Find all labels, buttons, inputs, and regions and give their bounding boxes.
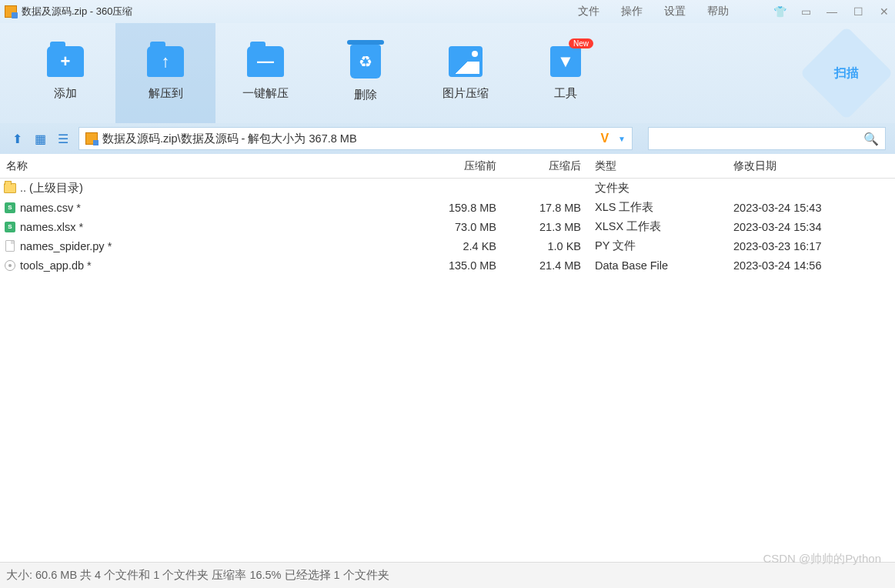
image-icon (449, 46, 483, 77)
path-text: 数据及源码.zip\数据及源码 - 解包大小为 367.8 MB (102, 132, 596, 146)
file-type-icon (3, 240, 17, 252)
window-controls: 👕 ▭ — ☐ ✕ (773, 5, 890, 18)
cell-name: names.csv * (20, 202, 416, 214)
file-type-icon (3, 182, 17, 195)
shirt-icon[interactable]: 👕 (773, 5, 786, 18)
file-type-icon: S (3, 202, 17, 214)
cell-before: 135.0 MB (416, 259, 504, 272)
file-row[interactable]: Snames.csv *159.8 MB17.8 MBXLS 工作表2023-0… (0, 198, 895, 217)
file-type-icon (3, 259, 17, 272)
col-after[interactable]: 压缩后 (504, 159, 589, 173)
cell-before: 2.4 KB (416, 240, 504, 252)
extract-icon: ↑ (147, 46, 184, 77)
close-button[interactable]: ✕ (878, 5, 890, 18)
col-name[interactable]: 名称 (0, 159, 416, 173)
maximize-button[interactable]: ☐ (852, 5, 864, 18)
col-date[interactable]: 修改日期 (727, 159, 895, 173)
col-before[interactable]: 压缩前 (416, 159, 504, 173)
tool-icon: ▼ (550, 46, 581, 77)
menu-file[interactable]: 文件 (578, 5, 599, 18)
search-input[interactable] (655, 132, 863, 145)
dropdown-icon[interactable]: ▼ (618, 135, 626, 143)
cell-name: names_spider.py * (20, 240, 416, 252)
pathbar: ⬆ ▦ ☰ 数据及源码.zip\数据及源码 - 解包大小为 367.8 MB V… (0, 123, 895, 154)
menu-help[interactable]: 帮助 (707, 5, 729, 18)
cell-name: tools_app.db * (20, 259, 416, 272)
cell-type: PY 文件 (589, 239, 727, 253)
menu-operation[interactable]: 操作 (621, 5, 643, 18)
file-row[interactable]: .. (上级目录)文件夹 (0, 179, 895, 198)
cell-before: 159.8 MB (416, 202, 504, 214)
view-list-icon[interactable]: ☰ (55, 131, 71, 146)
feedback-icon[interactable]: ▭ (800, 5, 812, 18)
app-icon (5, 5, 17, 18)
cell-type: XLSX 工作表 (589, 219, 727, 234)
titlebar: 数据及源码.zip - 360压缩 文件 操作 设置 帮助 👕 ▭ — ☐ ✕ (0, 0, 895, 23)
col-type[interactable]: 类型 (589, 159, 727, 173)
cell-name: names.xlsx * (20, 221, 416, 233)
cell-type: XLS 工作表 (589, 200, 727, 215)
statusbar: 大小: 60.6 MB 共 4 个文件和 1 个文件夹 压缩率 16.5% 已经… (0, 562, 895, 588)
up-button[interactable]: ⬆ (9, 131, 25, 146)
one-click-extract-button[interactable]: — 一键解压 (215, 23, 316, 123)
extract-to-button[interactable]: ↑ 解压到 (115, 23, 215, 123)
cell-after: 1.0 KB (504, 240, 589, 252)
add-button[interactable]: + 添加 (15, 23, 115, 123)
cell-after: 17.8 MB (504, 202, 589, 214)
v-badge-icon: V (600, 132, 609, 145)
image-compress-button[interactable]: 图片压缩 (416, 23, 516, 123)
delete-button[interactable]: ♻ 删除 (316, 23, 416, 123)
cell-date: 2023-03-23 16:17 (727, 240, 895, 252)
cell-type: 文件夹 (589, 181, 727, 195)
path-input[interactable]: 数据及源码.zip\数据及源码 - 解包大小为 367.8 MB V ▼ (78, 127, 633, 150)
menu-settings[interactable]: 设置 (664, 5, 686, 18)
add-icon: + (47, 46, 84, 77)
cell-date: 2023-03-24 15:43 (727, 202, 895, 214)
file-row[interactable]: names_spider.py *2.4 KB1.0 KBPY 文件2023-0… (0, 236, 895, 256)
window-title: 数据及源码.zip - 360压缩 (22, 5, 132, 18)
file-row[interactable]: Snames.xlsx *73.0 MB21.3 MBXLSX 工作表2023-… (0, 217, 895, 236)
file-type-icon: S (3, 221, 17, 233)
cell-type: Data Base File (589, 259, 727, 272)
cell-date: 2023-03-24 15:34 (727, 221, 895, 233)
view-details-icon[interactable]: ▦ (32, 131, 48, 146)
cell-after: 21.3 MB (504, 221, 589, 233)
toolbar: + 添加 ↑ 解压到 — 一键解压 ♻ 删除 图片压缩 ▼ New 工具 扫描 (0, 23, 895, 123)
file-list: .. (上级目录)文件夹Snames.csv *159.8 MB17.8 MBX… (0, 179, 895, 562)
file-row[interactable]: tools_app.db *135.0 MB21.4 MBData Base F… (0, 256, 895, 275)
cell-date: 2023-03-24 14:56 (727, 259, 895, 272)
new-badge: New (569, 38, 593, 48)
status-text: 大小: 60.6 MB 共 4 个文件和 1 个文件夹 压缩率 16.5% 已经… (6, 568, 389, 583)
cell-after: 21.4 MB (504, 259, 589, 272)
search-box[interactable]: 🔍 (648, 127, 886, 150)
one-click-icon: — (247, 46, 284, 77)
archive-icon (85, 132, 98, 145)
trash-icon: ♻ (350, 45, 381, 79)
scan-button[interactable]: 扫描 (800, 26, 893, 120)
minimize-button[interactable]: — (826, 5, 838, 18)
search-icon[interactable]: 🔍 (863, 132, 879, 146)
cell-before: 73.0 MB (416, 221, 504, 233)
tools-button[interactable]: ▼ New 工具 (516, 23, 616, 123)
menu-bar: 文件 操作 设置 帮助 👕 ▭ — ☐ ✕ (578, 5, 890, 18)
column-headers: 名称 压缩前 压缩后 类型 修改日期 (0, 154, 895, 179)
cell-name: .. (上级目录) (20, 181, 416, 195)
